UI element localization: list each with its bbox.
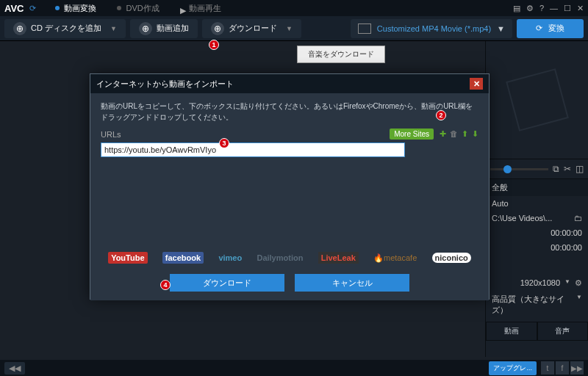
tab-dvd-create[interactable]: DVD作成 [107,0,169,16]
dialog-title: インターネットから動画をインポート [96,79,234,90]
import-url-dialog: インターネットから動画をインポート ✕ 動画のURLをコピーして、下のボックスに… [90,73,490,300]
add-video-button[interactable]: ⊕動画追加 [130,19,198,38]
dialog-close-button[interactable]: ✕ [470,78,483,90]
prop-path[interactable]: C:\Use Videos\...🗀 [486,211,588,225]
slider-knob[interactable] [503,165,512,173]
dialog-description: 動画のURLをコピーして、下のボックスに貼り付けてください。あるいはFirefo… [101,101,478,123]
music-download-tooltip: 音楽をダウンロード [297,46,385,63]
dialog-body: 動画のURLをコピーして、下のボックスに貼り付けてください。あるいはFirefo… [90,93,489,300]
expand-right-button[interactable]: ▶▶ [570,361,584,375]
refresh-icon[interactable]: ⟳ [29,4,36,13]
liveleak-logo: LiveLeak [318,252,359,264]
app-name: AVC [4,3,24,14]
youtube-logo: YouTube [108,252,147,264]
folder-icon[interactable]: 🗀 [574,214,582,223]
tab-video-convert[interactable]: 動画変換 [45,0,107,16]
social-icons: t f ▶▶ [541,361,584,375]
dot-icon [117,6,121,10]
facebook-icon[interactable]: f [556,361,569,375]
vimeo-logo: vimeo [218,253,242,262]
disc-plus-icon: ⊕ [13,22,26,35]
twitter-icon[interactable]: t [541,361,554,375]
delete-url-icon[interactable]: 🗑 [450,129,458,139]
maximize-icon[interactable]: ☐ [564,4,571,13]
dot-icon [55,6,60,10]
globe-plus-icon: ⊕ [211,22,224,35]
help-icon[interactable]: ? [539,4,544,13]
move-down-icon[interactable]: ⬇ [472,129,478,139]
minimize-icon[interactable]: — [550,4,558,13]
dailymotion-logo: Dailymotion [257,253,303,262]
trim-slider[interactable] [490,168,548,170]
chevron-down-icon: ▼ [497,24,505,33]
chevron-down-icon: ▼ [576,294,582,316]
more-sites-button[interactable]: More Sites [390,129,434,140]
gear-icon[interactable]: ⚙ [526,4,534,13]
close-icon[interactable]: ✕ [577,4,584,13]
metacafe-logo: 🔥metacafe [373,253,417,263]
dialog-titlebar: インターネットから動画をインポート ✕ [90,74,489,93]
status-bar: ◀◀ アップグレ... t f ▶▶ [0,360,588,376]
play-icon: ▶ [180,6,184,10]
dialog-cancel-button[interactable]: キャンセル [295,274,409,292]
callout-4: 4 [160,280,171,290]
facebook-logo: facebook [162,252,204,264]
prop-auto: Auto [486,196,588,211]
download-button[interactable]: ⊕ダウンロード▼ [202,19,301,38]
chevron-down-icon: ▼ [110,25,117,32]
prop-quality[interactable]: 高品質（大きなサイズ）▼ [486,291,588,319]
callout-2: 2 [436,110,446,120]
prop-time1: 00:00:00 [486,225,588,240]
add-cd-button[interactable]: ⊕CD ディスクを追加▼ [4,19,126,38]
filmroll-icon [506,68,569,131]
callout-1: 1 [209,40,219,50]
menu-icon[interactable]: ▤ [513,4,520,13]
callout-3: 3 [219,138,229,148]
copy-icon[interactable]: ⧉ [553,164,559,174]
chevron-down-icon: ▼ [286,25,293,32]
url-input[interactable] [101,142,405,157]
format-select[interactable]: Customized MP4 Movie (*.mp4)▼ [351,19,512,38]
section-general: 全般 [486,179,588,196]
tab-audio[interactable]: 音声 [537,322,589,341]
url-action-icons: ✚ 🗑 ⬆ ⬇ [440,129,478,139]
move-up-icon[interactable]: ⬆ [462,129,468,139]
title-bar: AVC ⟳ 動画変換 DVD作成 ▶動画再生 ▤ ⚙ ? — ☐ ✕ [0,0,588,16]
convert-button[interactable]: ⟳変換 [517,19,584,38]
crop-icon[interactable]: ◫ [576,164,584,174]
side-panel: ⧉ ✂ ◫ 全般 Auto C:\Use Videos\...🗀 00:00:0… [485,41,588,357]
urls-label: URLs [101,130,121,139]
dialog-button-row: ダウンロード キャンセル [101,274,478,292]
window-controls: ▤ ⚙ ? — ☐ ✕ [513,4,584,13]
supported-sites-logos: YouTube facebook vimeo Dailymotion LiveL… [101,252,478,264]
preview-area [486,41,588,159]
upgrade-button[interactable]: アップグレ... [489,361,537,375]
dialog-download-button[interactable]: ダウンロード [170,274,284,292]
chevron-down-icon: ▼ [564,278,570,288]
film-plus-icon: ⊕ [139,22,152,35]
side-bottom-tabs: 動画 音声 [486,322,588,341]
tab-video-play[interactable]: ▶動画再生 [170,0,232,16]
prop-time2: 00:00:00 [486,240,588,255]
url-header-row: URLs More Sites ✚ 🗑 ⬆ ⬇ [101,129,478,140]
film-icon [358,24,371,34]
cut-icon[interactable]: ✂ [564,164,571,174]
prop-resolution[interactable]: 1920x1080▼⚙ [486,275,588,291]
niconico-logo: niconico [432,253,471,263]
gear-icon[interactable]: ⚙ [575,278,582,288]
collapse-left-button[interactable]: ◀◀ [4,362,25,375]
tab-video[interactable]: 動画 [486,322,537,341]
refresh-icon: ⟳ [536,24,542,33]
trim-slider-row: ⧉ ✂ ◫ [486,159,588,179]
main-toolbar: ⊕CD ディスクを追加▼ ⊕動画追加 ⊕ダウンロード▼ Customized M… [0,16,588,41]
add-url-icon[interactable]: ✚ [440,129,446,139]
